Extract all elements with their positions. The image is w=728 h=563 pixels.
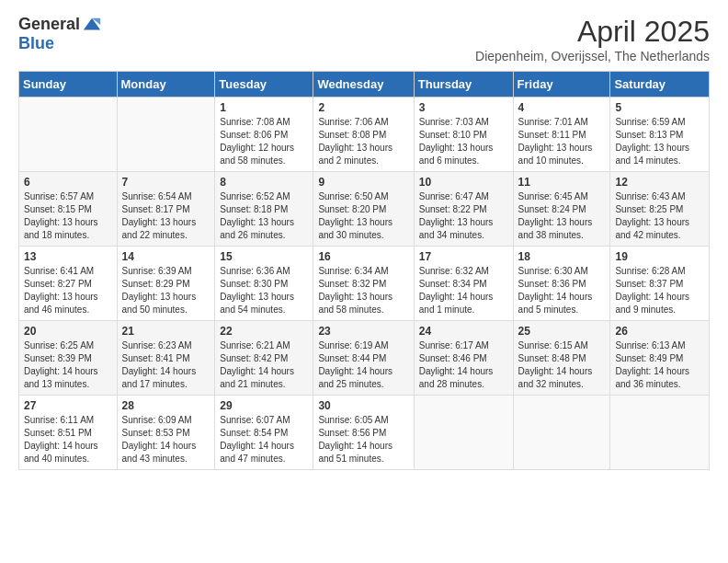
day-number: 28 [122, 399, 210, 412]
day-number: 19 [615, 250, 704, 263]
day-info: Sunrise: 6:50 AM Sunset: 8:20 PM Dayligh… [318, 190, 408, 242]
day-header-tuesday: Tuesday [215, 72, 313, 98]
day-number: 21 [122, 325, 210, 338]
calendar-cell: 15Sunrise: 6:36 AM Sunset: 8:30 PM Dayli… [215, 247, 313, 321]
calendar-cell: 23Sunrise: 6:19 AM Sunset: 8:44 PM Dayli… [313, 321, 414, 396]
day-info: Sunrise: 6:07 AM Sunset: 8:54 PM Dayligh… [220, 414, 308, 465]
day-info: Sunrise: 6:13 AM Sunset: 8:49 PM Dayligh… [615, 339, 704, 391]
calendar-cell: 2Sunrise: 7:06 AM Sunset: 8:08 PM Daylig… [313, 98, 414, 172]
day-number: 14 [122, 250, 210, 263]
day-info: Sunrise: 6:39 AM Sunset: 8:29 PM Dayligh… [122, 265, 210, 316]
day-info: Sunrise: 6:15 AM Sunset: 8:48 PM Dayligh… [518, 339, 606, 391]
calendar-cell: 18Sunrise: 6:30 AM Sunset: 8:36 PM Dayli… [513, 247, 610, 321]
day-number: 15 [220, 250, 308, 263]
calendar-cell: 12Sunrise: 6:43 AM Sunset: 8:25 PM Dayli… [610, 172, 710, 247]
day-info: Sunrise: 6:28 AM Sunset: 8:37 PM Dayligh… [615, 265, 704, 316]
calendar-cell: 4Sunrise: 7:01 AM Sunset: 8:11 PM Daylig… [513, 98, 610, 172]
calendar-cell: 7Sunrise: 6:54 AM Sunset: 8:17 PM Daylig… [117, 172, 215, 247]
calendar-cell: 13Sunrise: 6:41 AM Sunset: 8:27 PM Dayli… [19, 247, 118, 321]
logo-general: General [18, 15, 80, 33]
calendar-cell: 29Sunrise: 6:07 AM Sunset: 8:54 PM Dayli… [215, 396, 313, 470]
calendar-cell: 20Sunrise: 6:25 AM Sunset: 8:39 PM Dayli… [19, 321, 118, 396]
day-number: 13 [24, 250, 112, 263]
day-info: Sunrise: 6:25 AM Sunset: 8:39 PM Dayligh… [24, 339, 112, 391]
calendar-cell [19, 98, 118, 172]
calendar-cell: 21Sunrise: 6:23 AM Sunset: 8:41 PM Dayli… [117, 321, 215, 396]
calendar-week-row: 20Sunrise: 6:25 AM Sunset: 8:39 PM Dayli… [19, 321, 710, 396]
day-info: Sunrise: 6:41 AM Sunset: 8:27 PM Dayligh… [24, 265, 112, 316]
calendar-cell: 24Sunrise: 6:17 AM Sunset: 8:46 PM Dayli… [414, 321, 513, 396]
title-area: April 2025 Diepenheim, Overijssel, The N… [475, 15, 710, 63]
day-info: Sunrise: 6:34 AM Sunset: 8:32 PM Dayligh… [318, 265, 408, 316]
calendar-cell: 6Sunrise: 6:57 AM Sunset: 8:15 PM Daylig… [19, 172, 118, 247]
header: General Blue April 2025 Diepenheim, Over… [18, 15, 710, 63]
logo-blue: Blue [18, 34, 54, 52]
day-number: 22 [220, 325, 308, 338]
calendar-cell: 14Sunrise: 6:39 AM Sunset: 8:29 PM Dayli… [117, 247, 215, 321]
calendar-cell: 25Sunrise: 6:15 AM Sunset: 8:48 PM Dayli… [513, 321, 610, 396]
calendar-header-row: SundayMondayTuesdayWednesdayThursdayFrid… [19, 72, 710, 98]
calendar-cell [117, 98, 215, 172]
day-number: 8 [220, 176, 308, 189]
day-number: 23 [318, 325, 408, 338]
calendar-cell: 16Sunrise: 6:34 AM Sunset: 8:32 PM Dayli… [313, 247, 414, 321]
day-number: 9 [318, 176, 408, 189]
day-info: Sunrise: 6:36 AM Sunset: 8:30 PM Dayligh… [220, 265, 308, 316]
day-info: Sunrise: 6:57 AM Sunset: 8:15 PM Dayligh… [24, 190, 112, 242]
day-number: 16 [318, 250, 408, 263]
day-info: Sunrise: 6:54 AM Sunset: 8:17 PM Dayligh… [122, 190, 210, 242]
day-header-monday: Monday [117, 72, 215, 98]
day-info: Sunrise: 7:01 AM Sunset: 8:11 PM Dayligh… [518, 116, 606, 167]
logo-icon [82, 15, 102, 35]
day-number: 6 [24, 176, 112, 189]
day-info: Sunrise: 6:43 AM Sunset: 8:25 PM Dayligh… [615, 190, 704, 242]
day-info: Sunrise: 6:23 AM Sunset: 8:41 PM Dayligh… [122, 339, 210, 391]
calendar-cell: 22Sunrise: 6:21 AM Sunset: 8:42 PM Dayli… [215, 321, 313, 396]
day-info: Sunrise: 6:52 AM Sunset: 8:18 PM Dayligh… [220, 190, 308, 242]
calendar-cell: 1Sunrise: 7:08 AM Sunset: 8:06 PM Daylig… [215, 98, 313, 172]
day-info: Sunrise: 7:08 AM Sunset: 8:06 PM Dayligh… [220, 116, 308, 167]
calendar-cell [610, 396, 710, 470]
day-info: Sunrise: 6:09 AM Sunset: 8:53 PM Dayligh… [122, 414, 210, 465]
day-number: 26 [615, 325, 704, 338]
calendar-cell: 5Sunrise: 6:59 AM Sunset: 8:13 PM Daylig… [610, 98, 710, 172]
day-number: 12 [615, 176, 704, 189]
calendar-cell: 26Sunrise: 6:13 AM Sunset: 8:49 PM Dayli… [610, 321, 710, 396]
day-info: Sunrise: 6:11 AM Sunset: 8:51 PM Dayligh… [24, 414, 112, 465]
calendar: SundayMondayTuesdayWednesdayThursdayFrid… [18, 71, 710, 470]
day-number: 5 [615, 101, 704, 114]
day-number: 20 [24, 325, 112, 338]
day-number: 27 [24, 399, 112, 412]
day-number: 7 [122, 176, 210, 189]
day-info: Sunrise: 6:05 AM Sunset: 8:56 PM Dayligh… [318, 414, 408, 465]
day-header-wednesday: Wednesday [313, 72, 414, 98]
day-number: 18 [518, 250, 606, 263]
day-info: Sunrise: 6:21 AM Sunset: 8:42 PM Dayligh… [220, 339, 308, 391]
calendar-cell: 8Sunrise: 6:52 AM Sunset: 8:18 PM Daylig… [215, 172, 313, 247]
day-number: 29 [220, 399, 308, 412]
calendar-cell: 10Sunrise: 6:47 AM Sunset: 8:22 PM Dayli… [414, 172, 513, 247]
day-info: Sunrise: 6:47 AM Sunset: 8:22 PM Dayligh… [419, 190, 508, 242]
calendar-week-row: 6Sunrise: 6:57 AM Sunset: 8:15 PM Daylig… [19, 172, 710, 247]
day-number: 2 [318, 101, 408, 114]
day-info: Sunrise: 7:03 AM Sunset: 8:10 PM Dayligh… [419, 116, 508, 167]
calendar-cell: 19Sunrise: 6:28 AM Sunset: 8:37 PM Dayli… [610, 247, 710, 321]
calendar-week-row: 13Sunrise: 6:41 AM Sunset: 8:27 PM Dayli… [19, 247, 710, 321]
logo-text: General Blue [18, 15, 102, 53]
day-info: Sunrise: 6:45 AM Sunset: 8:24 PM Dayligh… [518, 190, 606, 242]
day-header-sunday: Sunday [19, 72, 118, 98]
month-title: April 2025 [475, 15, 710, 49]
calendar-cell: 3Sunrise: 7:03 AM Sunset: 8:10 PM Daylig… [414, 98, 513, 172]
day-header-saturday: Saturday [610, 72, 710, 98]
calendar-week-row: 27Sunrise: 6:11 AM Sunset: 8:51 PM Dayli… [19, 396, 710, 470]
day-number: 4 [518, 101, 606, 114]
day-info: Sunrise: 7:06 AM Sunset: 8:08 PM Dayligh… [318, 116, 408, 167]
day-number: 1 [220, 101, 308, 114]
calendar-cell: 27Sunrise: 6:11 AM Sunset: 8:51 PM Dayli… [19, 396, 118, 470]
calendar-cell: 9Sunrise: 6:50 AM Sunset: 8:20 PM Daylig… [313, 172, 414, 247]
day-number: 3 [419, 101, 508, 114]
calendar-cell: 11Sunrise: 6:45 AM Sunset: 8:24 PM Dayli… [513, 172, 610, 247]
calendar-cell [513, 396, 610, 470]
logo: General Blue [18, 15, 102, 53]
day-header-friday: Friday [513, 72, 610, 98]
